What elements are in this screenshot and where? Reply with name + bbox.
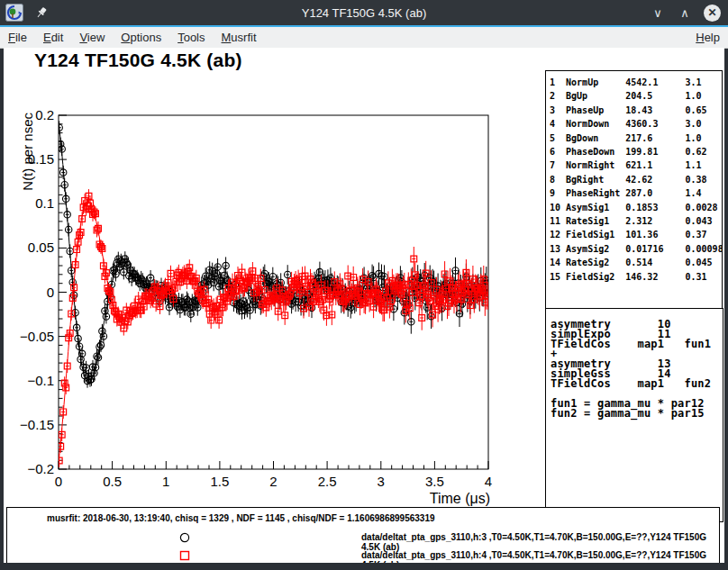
- x-tick-label: 1: [162, 474, 169, 489]
- fit-parameters-pave: 1 NormUp 4542.1 3.12 BgUp 204.5 1.03 Pha…: [545, 70, 723, 314]
- y-tick-label: −0.2: [27, 461, 54, 476]
- theory-pave: asymmetry 10simplExpo 11TFieldCos map1 f…: [545, 308, 723, 522]
- param-row: 8 BgRight 42.62 0.38: [550, 173, 722, 186]
- param-row: 7 NormRight 621.1 1.1: [550, 158, 722, 172]
- param-row: 4 NormDown 4360.3 3.0: [550, 117, 722, 131]
- root-canvas[interactable]: Y124 TF150G 4.5K (ab) 00.511.522.533.540…: [4, 48, 724, 563]
- x-tick-label: 3.5: [425, 474, 444, 489]
- open-square-marker-icon: [179, 550, 190, 561]
- error-bars-1: [58, 189, 490, 467]
- x-tick-label: 1.5: [210, 474, 229, 489]
- menu-item-tools[interactable]: Tools: [169, 29, 213, 46]
- menu-item-options[interactable]: Options: [113, 29, 169, 46]
- menu-item-edit[interactable]: Edit: [35, 29, 71, 46]
- theory-line: TFieldCos map1 fun2: [551, 379, 723, 389]
- plot-area[interactable]: 00.511.522.533.540.20.150.10.050−0.05−0.…: [4, 48, 544, 563]
- y-tick-label: 0: [47, 285, 54, 300]
- application-window: Y124 TF150G 4.5K (ab) ∨ ∧ ✕ FileEditView…: [0, 0, 728, 570]
- param-row: 11 RateSig1 2.312 0.043: [550, 214, 722, 228]
- x-tick-label: 4: [485, 474, 492, 489]
- y-tick-label: −0.15: [20, 417, 54, 432]
- param-row: 10 AsymSig1 0.1853 0.0028: [550, 201, 722, 214]
- theory-line: TFieldCos map1 fun1: [551, 339, 723, 349]
- window-border-bottom[interactable]: [0, 563, 728, 570]
- menu-item-view[interactable]: View: [71, 29, 113, 46]
- param-row: 1 NormUp 4542.1 3.1: [550, 76, 722, 89]
- window-title: Y124 TF150G 4.5K (ab): [0, 6, 728, 20]
- param-row: 6 PhaseDown 199.81 0.62: [550, 145, 722, 158]
- menubar: FileEditViewOptionsToolsMusrfit Help: [0, 27, 728, 49]
- param-row: 14 RateSig2 0.514 0.045: [550, 256, 722, 269]
- param-row: 5 BgDown 217.6 1.0: [550, 131, 722, 145]
- theory-line: fun2 = gamma_mu * par15: [551, 409, 723, 419]
- menu-item-musrfit[interactable]: Musrfit: [214, 29, 265, 46]
- legend-entry-backward: data/deltat_pta_gps_3110,h:4 ,T0=4.50K,T…: [7, 548, 719, 563]
- x-tick-label: 0.5: [103, 474, 122, 489]
- y-tick-label: 0.2: [35, 107, 54, 122]
- x-tick-label: 2.5: [318, 474, 337, 489]
- x-axis-title: Time (μs): [430, 491, 490, 506]
- y-tick-label: 0.1: [35, 195, 54, 211]
- theory-curve-0: [59, 122, 488, 383]
- maximize-button[interactable]: ∧: [677, 5, 693, 21]
- y-tick-label: 0.05: [28, 240, 54, 255]
- minimize-button[interactable]: ∨: [650, 5, 666, 21]
- x-tick-label: 2: [269, 474, 277, 489]
- close-button[interactable]: ✕: [704, 5, 721, 22]
- info-pave: musrfit: 2018-06-30, 13:19:40, chisq = 1…: [6, 507, 720, 564]
- y-tick-label: −0.05: [20, 329, 54, 344]
- y-tick-label: −0.1: [27, 373, 54, 388]
- param-row: 9 PhaseRight 287.0 1.4: [550, 186, 722, 200]
- x-tick-label: 3: [378, 474, 385, 489]
- y-axis-title: N(t) per nsec: [20, 113, 35, 191]
- titlebar[interactable]: Y124 TF150G 4.5K (ab) ∨ ∧ ✕: [0, 0, 728, 25]
- open-circle-marker-icon: [179, 532, 190, 543]
- data-series-group: [56, 121, 491, 467]
- menu-item-help[interactable]: Help: [687, 29, 728, 46]
- param-row: 13 AsymSig2 0.01716 0.00098: [550, 242, 722, 256]
- param-row: 3 PhaseUp 18.43 0.65: [550, 104, 722, 117]
- legend-entry-forward: data/deltat_pta_gps_3110,h:3 ,T0=4.50K,T…: [7, 530, 719, 545]
- param-row: 2 BgUp 204.5 1.0: [550, 89, 722, 103]
- param-row: 12 FieldSig1 101.36 0.37: [550, 228, 722, 241]
- menu-item-file[interactable]: File: [0, 29, 35, 46]
- x-tick-label: 0: [55, 474, 62, 489]
- musrfit-status-text: musrfit: 2018-06-30, 13:19:40, chisq = 1…: [47, 513, 435, 523]
- param-row: 15 FieldSig2 146.32 0.31: [550, 270, 722, 284]
- error-bars-0: [58, 121, 490, 387]
